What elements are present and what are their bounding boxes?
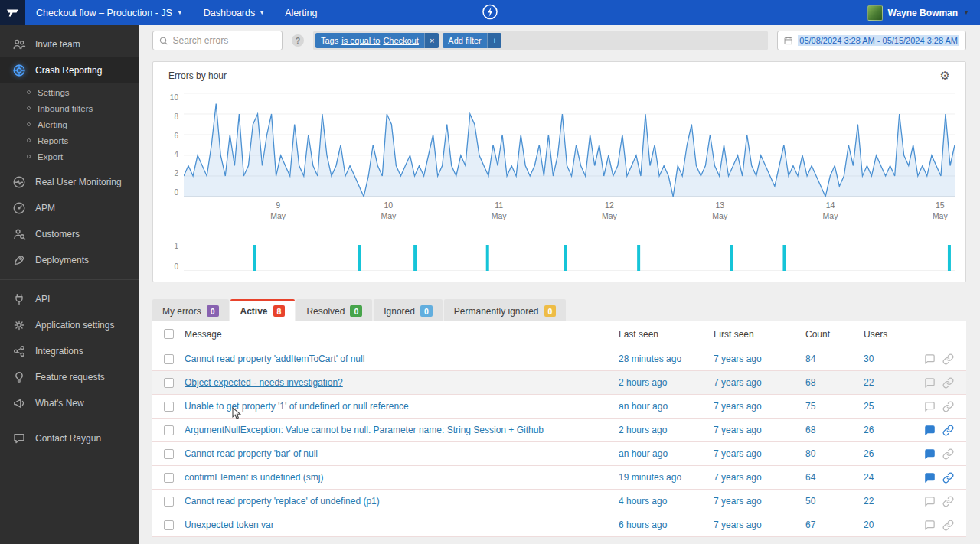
count-value[interactable]: 68 xyxy=(805,377,864,388)
users-value[interactable]: 24 xyxy=(864,472,919,483)
column-header-first-seen[interactable]: First seen xyxy=(714,329,805,340)
users-value[interactable]: 26 xyxy=(864,425,919,435)
error-row[interactable]: Unable to get property '1' of undefined … xyxy=(152,395,966,419)
last-seen-value[interactable]: 2 hours ago xyxy=(619,377,714,388)
tab-ignored[interactable]: Ignored 0 xyxy=(374,299,443,321)
link-icon[interactable] xyxy=(942,472,954,484)
row-checkbox[interactable] xyxy=(164,402,174,412)
error-row[interactable]: Cannot read property 'replace' of undefi… xyxy=(152,490,966,513)
tab-resolved[interactable]: Resolved 0 xyxy=(296,299,372,321)
first-seen-value[interactable]: 7 years ago xyxy=(714,425,805,435)
sidebar-item-application-settings[interactable]: Application settings xyxy=(0,312,139,338)
link-icon[interactable] xyxy=(942,401,954,412)
remove-filter-button[interactable]: × xyxy=(424,33,439,48)
first-seen-value[interactable]: 7 years ago xyxy=(714,520,805,530)
tab-active[interactable]: Active 8 xyxy=(230,299,296,321)
last-seen-value[interactable]: 19 minutes ago xyxy=(619,472,714,483)
last-seen-value[interactable]: 6 hours ago xyxy=(619,520,714,530)
app-selector-dropdown[interactable]: Checkout flow – Production - JS ▼ xyxy=(25,0,194,25)
error-row[interactable]: Cannot read property 'bar' of null an ho… xyxy=(152,442,966,466)
comment-icon[interactable] xyxy=(924,377,936,389)
count-value[interactable]: 75 xyxy=(805,401,864,412)
sidebar-item-api[interactable]: API xyxy=(0,286,139,312)
error-message-link[interactable]: Unable to get property '1' of undefined … xyxy=(185,401,418,412)
filter-operator[interactable]: is equal to xyxy=(341,36,380,45)
error-message-link[interactable]: Unexpected token var xyxy=(185,520,283,530)
subitem-alerting[interactable]: Alerting xyxy=(0,116,139,132)
sidebar-item-apm[interactable]: APM xyxy=(0,195,139,221)
row-checkbox[interactable] xyxy=(164,520,174,530)
date-range-picker[interactable]: 05/08/2024 3:28 AM - 05/15/2024 3:28 AM xyxy=(777,31,966,50)
first-seen-value[interactable]: 7 years ago xyxy=(714,448,805,459)
link-icon[interactable] xyxy=(942,520,954,531)
help-button[interactable]: ? xyxy=(292,34,304,47)
row-checkbox[interactable] xyxy=(164,497,174,507)
link-icon[interactable] xyxy=(942,353,954,365)
error-row[interactable]: ArgumentNullException: Value cannot be n… xyxy=(152,419,966,442)
comment-icon[interactable] xyxy=(924,472,936,484)
last-seen-value[interactable]: 2 hours ago xyxy=(619,425,714,435)
row-checkbox[interactable] xyxy=(164,378,174,388)
nav-alerting[interactable]: Alerting xyxy=(275,0,327,25)
first-seen-value[interactable]: 7 years ago xyxy=(714,377,805,388)
error-message-link[interactable]: Cannot read property 'bar' of null xyxy=(185,448,327,459)
error-row[interactable]: Unexpected token var 6 hours ago 7 years… xyxy=(152,513,966,537)
raygun-logo[interactable] xyxy=(0,0,25,25)
subitem-reports[interactable]: Reports xyxy=(0,132,139,148)
sidebar-item-contact-raygun[interactable]: Contact Raygun xyxy=(0,425,139,451)
link-icon[interactable] xyxy=(942,425,954,436)
count-value[interactable]: 64 xyxy=(805,472,864,483)
row-checkbox[interactable] xyxy=(164,449,174,459)
link-icon[interactable] xyxy=(942,496,954,507)
search-errors-input[interactable] xyxy=(173,35,276,46)
first-seen-value[interactable]: 7 years ago xyxy=(714,401,805,412)
link-icon[interactable] xyxy=(942,377,954,389)
tab-permanently-ignored[interactable]: Permanently ignored 0 xyxy=(444,299,567,321)
sidebar-item-whats-new[interactable]: What's New xyxy=(0,390,139,416)
users-value[interactable]: 30 xyxy=(864,353,919,364)
add-filter-button[interactable]: Add filter + xyxy=(443,33,501,48)
error-message-link[interactable]: Cannot read property 'addItemToCart' of … xyxy=(185,353,374,364)
error-message-link[interactable]: ArgumentNullException: Value cannot be n… xyxy=(185,425,553,435)
sidebar-item-crash-reporting[interactable]: Crash Reporting xyxy=(0,57,139,83)
add-filter-plus-icon[interactable]: + xyxy=(487,33,501,48)
row-checkbox[interactable] xyxy=(164,473,174,483)
raygun-bolt-icon[interactable] xyxy=(482,3,498,22)
sidebar-item-deployments[interactable]: Deployments xyxy=(0,247,139,273)
first-seen-value[interactable]: 7 years ago xyxy=(714,472,805,483)
tag-filter-chip[interactable]: Tags is equal to Checkout × xyxy=(315,33,439,48)
column-header-message[interactable]: Message xyxy=(185,329,619,340)
column-header-count[interactable]: Count xyxy=(805,329,864,340)
column-header-users[interactable]: Users xyxy=(864,329,919,340)
error-message-link[interactable]: confirmElement is undefined (smj) xyxy=(185,472,332,483)
comment-icon[interactable] xyxy=(924,496,936,507)
comment-icon[interactable] xyxy=(924,353,936,365)
users-value[interactable]: 26 xyxy=(864,448,919,459)
count-value[interactable]: 80 xyxy=(805,448,864,459)
comment-icon[interactable] xyxy=(924,401,936,412)
error-message-link[interactable]: Object expected - needs investigation? xyxy=(185,377,352,388)
sidebar-item-real-user-monitoring[interactable]: Real User Monitoring xyxy=(0,169,139,195)
sidebar-item-feature-requests[interactable]: Feature requests xyxy=(0,364,139,390)
count-value[interactable]: 67 xyxy=(805,520,864,530)
last-seen-value[interactable]: 28 minutes ago xyxy=(619,353,714,364)
comment-icon[interactable] xyxy=(924,520,936,531)
error-row[interactable]: confirmElement is undefined (smj) 19 min… xyxy=(152,466,966,490)
first-seen-value[interactable]: 7 years ago xyxy=(714,353,805,364)
comment-icon[interactable] xyxy=(924,448,936,460)
last-seen-value[interactable]: 4 hours ago xyxy=(619,496,714,507)
comment-icon[interactable] xyxy=(924,425,936,436)
tab-my-errors[interactable]: My errors 0 xyxy=(152,299,229,321)
count-value[interactable]: 50 xyxy=(805,496,864,507)
last-seen-value[interactable]: an hour ago xyxy=(619,401,714,412)
count-value[interactable]: 84 xyxy=(805,353,864,364)
count-value[interactable]: 68 xyxy=(805,425,864,435)
users-value[interactable]: 20 xyxy=(864,520,919,530)
sidebar-item-integrations[interactable]: Integrations xyxy=(0,338,139,364)
row-checkbox[interactable] xyxy=(164,425,174,435)
subitem-settings[interactable]: Settings xyxy=(0,84,139,100)
panel-settings-gear-icon[interactable]: ⚙ xyxy=(940,70,950,81)
last-seen-value[interactable]: an hour ago xyxy=(619,448,714,459)
subitem-inbound-filters[interactable]: Inbound filters xyxy=(0,100,139,116)
filter-value[interactable]: Checkout xyxy=(383,36,418,45)
